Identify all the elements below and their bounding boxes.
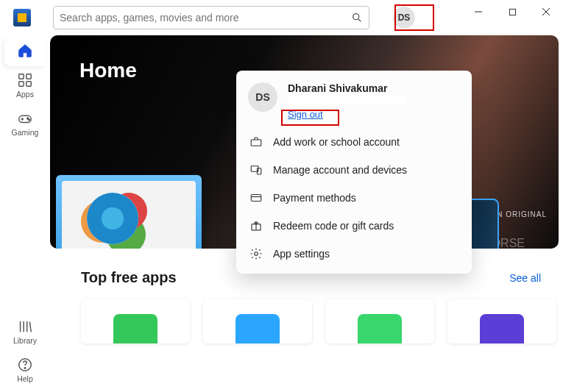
gaming-icon (17, 110, 33, 126)
search-box[interactable] (53, 6, 369, 29)
app-thumbnail (480, 314, 524, 343)
app-card[interactable] (447, 299, 556, 343)
svg-point-28 (255, 252, 258, 256)
menu-item-label: App settings (273, 248, 330, 260)
svg-rect-8 (19, 82, 24, 86)
card-icon (249, 191, 263, 204)
svg-rect-21 (251, 140, 261, 146)
sidebar: Apps Gaming Library Help (0, 35, 50, 392)
menu-item-label: Add work or school account (273, 136, 400, 148)
gift-icon (249, 219, 263, 232)
sidebar-item-library[interactable]: Library (0, 311, 50, 349)
account-menu: DS Dharani Shivakumar Sign out Add work … (236, 71, 472, 274)
sidebar-item-label: Help (17, 374, 33, 383)
gear-icon (249, 247, 263, 260)
store-logo-icon (13, 9, 31, 26)
search-icon[interactable] (351, 12, 363, 24)
sidebar-item-home[interactable] (0, 35, 50, 65)
svg-rect-3 (509, 9, 515, 15)
briefcase-icon (249, 135, 263, 149)
menu-item-label: Redeem code or gift cards (273, 220, 394, 232)
devices-icon (249, 163, 263, 177)
see-all-link[interactable]: See all (509, 272, 541, 284)
minimize-button[interactable] (461, 0, 495, 24)
account-menu-avatar: DS (248, 82, 277, 112)
menu-item-payment[interactable]: Payment methods (236, 184, 472, 212)
app-thumbnail (236, 314, 280, 343)
menu-item-manage-account[interactable]: Manage account and devices (236, 156, 472, 184)
hero-tile-left[interactable] (56, 175, 202, 249)
sign-out-link[interactable]: Sign out (288, 109, 323, 120)
sidebar-item-gaming[interactable]: Gaming (0, 103, 50, 141)
sidebar-item-label: Library (13, 336, 37, 345)
app-card[interactable] (203, 299, 312, 343)
app-thumbnail (358, 314, 402, 343)
app-card[interactable] (81, 299, 190, 343)
apps-icon (17, 72, 33, 88)
app-card[interactable] (325, 299, 434, 343)
search-input[interactable] (60, 12, 351, 24)
app-thumbnail (113, 314, 157, 343)
svg-rect-24 (251, 195, 261, 202)
menu-item-redeem[interactable]: Redeem code or gift cards (236, 212, 472, 240)
svg-point-20 (24, 368, 25, 368)
svg-line-18 (29, 322, 31, 332)
svg-rect-7 (26, 74, 31, 79)
account-avatar-button[interactable]: DS (393, 7, 415, 29)
window-controls (461, 0, 563, 24)
menu-item-app-settings[interactable]: App settings (236, 240, 472, 268)
maximize-button[interactable] (495, 0, 529, 24)
menu-item-label: Payment methods (273, 192, 356, 204)
account-email-redacted (288, 96, 406, 104)
library-icon (17, 318, 33, 335)
account-name: Dharani Shivakumar (288, 82, 460, 94)
sidebar-item-help[interactable]: Help (0, 349, 50, 388)
sidebar-item-apps[interactable]: Apps (0, 65, 50, 103)
section-title: Top free apps (81, 269, 177, 286)
svg-point-13 (27, 118, 29, 119)
home-icon (17, 43, 33, 59)
sidebar-item-label: Gaming (12, 128, 39, 137)
help-icon (17, 357, 33, 373)
main-content: Home TOMORROW WAR AMAZON ORIGINAL TOM CL… (50, 35, 563, 392)
svg-point-0 (353, 14, 359, 20)
title-bar: DS (0, 0, 563, 35)
svg-rect-9 (26, 82, 31, 86)
sidebar-item-label: Apps (16, 90, 34, 99)
svg-rect-6 (19, 74, 24, 79)
menu-item-add-work-account[interactable]: Add work or school account (236, 128, 472, 156)
svg-point-14 (29, 119, 30, 121)
svg-line-1 (358, 19, 361, 21)
close-button[interactable] (529, 0, 563, 24)
menu-item-label: Manage account and devices (273, 164, 407, 176)
